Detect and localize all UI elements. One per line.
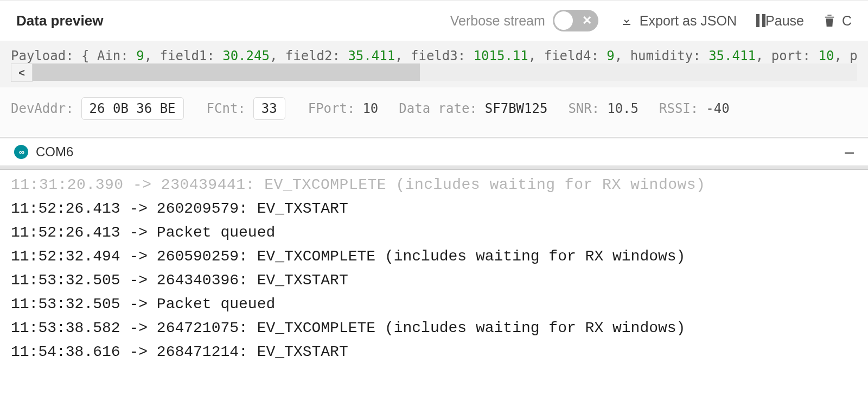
devaddr-value[interactable]: 26 0B 36 BE bbox=[81, 97, 184, 120]
devaddr-label: DevAddr: bbox=[11, 101, 74, 116]
close-icon: ✕ bbox=[582, 13, 592, 28]
download-icon bbox=[620, 14, 633, 27]
pause-label: Pause bbox=[765, 13, 804, 29]
serial-line: 11:53:38.582 -> 264721075: EV_TXCOMPLETE… bbox=[11, 316, 857, 340]
packet-meta-row: DevAddr: 26 0B 36 BE FCnt: 33 FPort: 10 … bbox=[0, 87, 868, 136]
serial-divider bbox=[0, 166, 868, 170]
fcnt-value[interactable]: 33 bbox=[253, 97, 285, 120]
payload-line: Payload: { Ain: 9, field1: 30.245, field… bbox=[0, 41, 868, 63]
serial-monitor-window: ∞ COM6 – 11:31:20.390 -> 230439441: EV_T… bbox=[0, 137, 868, 367]
export-json-button[interactable]: Export as JSON bbox=[620, 13, 737, 29]
toggle-knob bbox=[554, 11, 573, 30]
rssi-label: RSSI: bbox=[659, 101, 698, 116]
datarate-label: Data rate: bbox=[399, 101, 477, 116]
scroll-thumb[interactable] bbox=[33, 63, 420, 81]
fport-label: FPort: bbox=[308, 101, 355, 116]
datarate-value: SF7BW125 bbox=[485, 101, 548, 116]
data-preview-panel: Data preview Verbose stream ✕ Export as … bbox=[0, 0, 868, 136]
serial-line: 11:52:26.413 -> Packet queued bbox=[11, 221, 857, 245]
serial-line: 11:53:32.505 -> 264340396: EV_TXSTART bbox=[11, 269, 857, 292]
pause-button[interactable]: Pause bbox=[756, 13, 804, 29]
pause-icon bbox=[756, 14, 765, 27]
payload-scrollbar[interactable]: < bbox=[0, 63, 868, 87]
verbose-stream-toggle[interactable]: ✕ bbox=[553, 10, 598, 31]
fport-value: 10 bbox=[362, 101, 378, 116]
verbose-stream-label: Verbose stream bbox=[450, 13, 545, 29]
serial-line: 11:31:20.390 -> 230439441: EV_TXCOMPLETE… bbox=[11, 173, 857, 197]
snr-value: 10.5 bbox=[607, 101, 639, 116]
serial-line: 11:52:32.494 -> 260590259: EV_TXCOMPLETE… bbox=[11, 245, 857, 269]
scroll-track[interactable] bbox=[33, 63, 857, 81]
serial-port-title: COM6 bbox=[36, 144, 73, 160]
clear-label: C bbox=[842, 13, 852, 29]
preview-header: Data preview Verbose stream ✕ Export as … bbox=[0, 1, 868, 41]
serial-header: ∞ COM6 – bbox=[0, 137, 868, 166]
serial-output[interactable]: 11:31:20.390 -> 230439441: EV_TXCOMPLETE… bbox=[0, 170, 868, 367]
minimize-button[interactable]: – bbox=[845, 149, 854, 155]
snr-label: SNR: bbox=[568, 101, 599, 116]
serial-line: 11:54:38.616 -> 268471214: EV_TXSTART bbox=[11, 340, 857, 364]
trash-icon bbox=[824, 14, 835, 28]
clear-button[interactable]: C bbox=[824, 13, 852, 29]
serial-line: 11:52:26.413 -> 260209579: EV_TXSTART bbox=[11, 197, 857, 221]
scroll-left-button[interactable]: < bbox=[11, 63, 33, 82]
preview-title: Data preview bbox=[16, 12, 103, 29]
fcnt-label: FCnt: bbox=[207, 101, 246, 116]
serial-line: 11:53:32.505 -> Packet queued bbox=[11, 292, 857, 316]
arduino-icon: ∞ bbox=[14, 145, 28, 159]
export-json-label: Export as JSON bbox=[640, 13, 737, 29]
rssi-value: -40 bbox=[706, 101, 729, 116]
